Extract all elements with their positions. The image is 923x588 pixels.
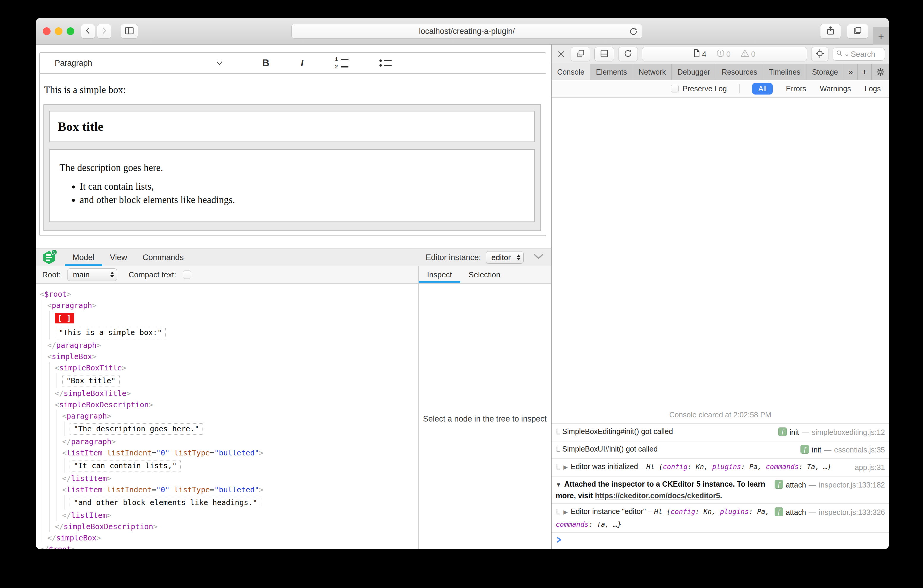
source-location-link[interactable]: essentials.js:35 (834, 444, 885, 455)
compact-text-checkbox[interactable] (183, 271, 191, 279)
source-location-link[interactable]: app.js:31 (855, 462, 885, 473)
model-tree-line[interactable]: <$root> (40, 288, 418, 300)
inspector-tab-model[interactable]: Model (65, 249, 102, 266)
console-log-row[interactable]: ▼Attached the inspector to a CKEditor 5 … (552, 476, 889, 503)
resource-summary-control[interactable]: 4 0 0 (642, 47, 807, 61)
description-list-item[interactable]: It can contain lists, (80, 181, 526, 192)
inspector-search-field[interactable]: Search (833, 48, 885, 61)
model-tree-line[interactable]: </listItem> (40, 473, 418, 484)
model-tree-line[interactable]: <simpleBox> (40, 351, 418, 362)
simplebox-title[interactable]: Box title (49, 111, 535, 142)
bulleted-list-button[interactable] (379, 59, 392, 67)
model-tree-line[interactable]: </listItem> (40, 509, 418, 521)
numbered-list-button[interactable]: 1 2 (335, 57, 348, 69)
new-tab-button[interactable]: + (873, 27, 889, 44)
inspector-tab-storage[interactable]: Storage (806, 64, 844, 80)
console-scope-logs[interactable]: Logs (864, 83, 881, 94)
model-tree-line[interactable]: <paragraph> (40, 300, 418, 311)
element-picker-button[interactable] (811, 47, 828, 61)
model-tree-line[interactable]: "The description goes here." (40, 422, 418, 436)
model-tree-line[interactable]: </paragraph> (40, 436, 418, 447)
source-location-link[interactable]: inspector.js:133:182 (819, 480, 885, 491)
settings-gear-icon[interactable] (872, 64, 889, 80)
sidebar-toggle-button[interactable] (121, 24, 138, 39)
console-log-row[interactable]: SimpleBoxEditing#init() got calledfinit—… (552, 423, 889, 441)
model-tree-line[interactable]: "It can contain lists," (40, 458, 418, 473)
reload-page-button[interactable] (618, 47, 638, 61)
console-scope-errors[interactable]: Errors (785, 83, 807, 94)
disclosure-closed-icon[interactable]: ▶ (563, 507, 568, 517)
model-tree-line[interactable]: "Box title" (40, 373, 418, 388)
heading-dropdown[interactable]: Paragraph (48, 59, 223, 68)
forward-button[interactable] (97, 24, 111, 39)
reload-icon[interactable] (629, 27, 638, 38)
model-tree-line[interactable]: </simpleBoxDescription> (40, 521, 418, 532)
disclosure-closed-icon[interactable]: ▶ (563, 462, 568, 473)
console-log-row[interactable]: ▶Editor was initialized – Hl {config: Kn… (552, 458, 889, 476)
model-tree-line[interactable]: <listItem listIndent="0" listType="bulle… (40, 484, 418, 495)
model-tree-line[interactable]: [ ] (40, 311, 418, 325)
overflow-chevrons-icon[interactable]: » (844, 64, 857, 80)
inspector-tab-network[interactable]: Network (633, 64, 672, 80)
model-tree-line[interactable]: <listItem listIndent="0" listType="bulle… (40, 447, 418, 458)
pane-tab-selection[interactable]: Selection (460, 266, 509, 283)
model-tree-line[interactable]: "and other block elements like headings.… (40, 495, 418, 509)
inspector-tab-view[interactable]: View (102, 249, 135, 266)
console-log-row[interactable]: ▶Editor instance "editor" – Hl {config: … (552, 503, 889, 532)
description-list-item[interactable]: and other block elements like headings. (80, 194, 526, 205)
bold-button[interactable]: B (262, 57, 269, 69)
inspector-tab-elements[interactable]: Elements (590, 64, 633, 80)
model-tree-line[interactable]: </paragraph> (40, 340, 418, 351)
detach-inspector-button[interactable] (571, 47, 590, 61)
close-inspector-button[interactable] (556, 51, 567, 57)
description-paragraph[interactable]: The description goes here. (59, 162, 526, 173)
console-scope-warnings[interactable]: Warnings (819, 83, 852, 94)
inspector-tab-debugger[interactable]: Debugger (672, 64, 716, 80)
ckeditor-content[interactable]: This is a simple box: Box title The desc… (40, 74, 546, 231)
console-source: fattach—inspector.js:133:326 (775, 506, 885, 530)
intro-paragraph[interactable]: This is a simple box: (44, 84, 541, 95)
window-close-button[interactable] (43, 27, 51, 35)
model-tree-line[interactable]: "This is a simple box:" (40, 325, 418, 340)
tab-overview-button[interactable] (847, 24, 868, 39)
console-link[interactable]: https://ckeditor.com/docs/ckeditor5 (595, 491, 720, 500)
console-prompt[interactable] (552, 532, 889, 549)
console-message: ▶Editor instance "editor" – Hl {config: … (556, 506, 772, 530)
model-tree-line[interactable]: </$root> (40, 544, 418, 549)
model-tree-line[interactable]: <simpleBoxDescription> (40, 399, 418, 410)
model-tree-line[interactable]: <simpleBoxTitle> (40, 362, 418, 373)
description-list[interactable]: It can contain lists,and other block ele… (58, 181, 526, 205)
editor-instance-select[interactable]: editor (486, 251, 524, 264)
model-tree-line[interactable]: <paragraph> (40, 410, 418, 422)
dock-bottom-button[interactable] (595, 47, 614, 61)
back-button[interactable] (81, 24, 95, 39)
url-text: localhost/creating-a-plugin/ (419, 27, 515, 36)
disclosure-open-icon[interactable]: ▼ (556, 479, 562, 490)
collapse-inspector-icon[interactable] (532, 253, 544, 262)
model-tree-line[interactable]: </simpleBoxTitle> (40, 388, 418, 399)
window-minimize-button[interactable] (55, 27, 62, 35)
preserve-log-checkbox[interactable] (671, 85, 678, 92)
simplebox-description[interactable]: The description goes here. It can contai… (49, 149, 535, 222)
inspector-tab-resources[interactable]: Resources (716, 64, 763, 80)
inspector-tab-bar: ConsoleElementsNetworkDebuggerResourcesT… (552, 64, 889, 80)
model-tree-line[interactable]: </simpleBox> (40, 532, 418, 544)
new-tab-icon[interactable]: + (857, 64, 872, 80)
inspector-tab-console[interactable]: Console (552, 64, 591, 80)
window-zoom-button[interactable] (67, 27, 74, 35)
address-bar[interactable]: localhost/creating-a-plugin/ (291, 24, 642, 39)
simplebox-widget[interactable]: Box title The description goes here. It … (43, 104, 541, 231)
console-scope-all[interactable]: All (752, 83, 773, 95)
italic-button[interactable]: I (301, 57, 304, 69)
inspector-tab-timelines[interactable]: Timelines (763, 64, 806, 80)
source-location-link[interactable]: simpleboxediting.js:12 (812, 427, 885, 438)
root-select[interactable]: main (67, 268, 117, 281)
inspector-tab-commands[interactable]: Commands (135, 249, 192, 266)
pane-tab-inspect[interactable]: Inspect (419, 266, 460, 283)
document-icon (693, 49, 700, 59)
dock-bottom-icon (600, 49, 609, 59)
share-button[interactable] (820, 24, 841, 39)
safari-window: localhost/creating-a-plugin/ (36, 18, 889, 549)
source-location-link[interactable]: inspector.js:133:326 (819, 507, 885, 518)
console-log-row[interactable]: SimpleBoxUI#init() got calledfinit—essen… (552, 441, 889, 458)
